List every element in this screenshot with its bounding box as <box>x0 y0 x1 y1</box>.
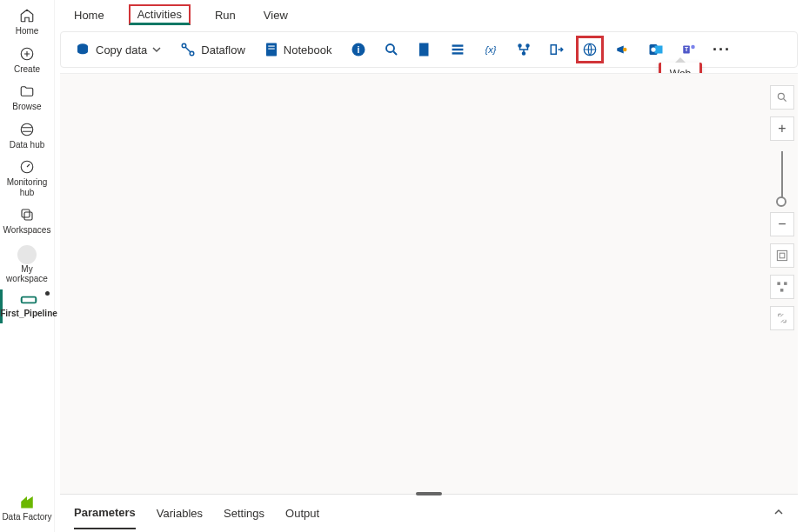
pipeline-icon <box>20 294 37 306</box>
copy-data-label: Copy data <box>96 43 147 57</box>
notebook-icon <box>264 42 278 57</box>
align-icon <box>776 281 788 293</box>
append-icon <box>549 42 565 57</box>
svg-rect-3 <box>22 209 30 217</box>
auto-align-button[interactable] <box>770 275 794 299</box>
set-variable-button[interactable]: {x} <box>477 36 505 63</box>
folder-icon <box>19 83 35 99</box>
menu-home[interactable]: Home <box>70 3 108 27</box>
nav-home[interactable]: Home <box>0 3 55 42</box>
outlook-button[interactable] <box>642 36 670 63</box>
canvas-tools: + − <box>770 85 794 330</box>
nav-browse-label: Browse <box>12 102 41 112</box>
megaphone-icon <box>615 42 631 57</box>
dataflow-button[interactable]: Dataflow <box>173 36 252 63</box>
dataflow-label: Dataflow <box>201 43 245 57</box>
invoke-pipeline-button[interactable] <box>609 36 637 63</box>
nav-datafactory[interactable]: Data Factory <box>0 489 55 528</box>
azure-function-button[interactable] <box>510 36 538 63</box>
datahub-icon <box>19 122 35 137</box>
home-icon <box>19 8 35 23</box>
svg-point-28 <box>651 47 655 51</box>
svg-rect-35 <box>777 282 780 285</box>
ellipsis-icon: ··· <box>713 41 731 59</box>
svg-text:i: i <box>357 44 359 55</box>
nav-pipeline-label: First_Pipeline <box>0 309 57 319</box>
svg-point-21 <box>526 44 529 47</box>
nav-create[interactable]: Create <box>0 42 55 80</box>
monitor-icon <box>19 159 35 175</box>
svg-rect-18 <box>452 52 463 54</box>
zoom-thumb[interactable] <box>776 196 786 207</box>
nav-monitoring-label: Monitoring hub <box>0 177 55 197</box>
menu-activities[interactable]: Activities <box>129 4 191 25</box>
svg-rect-5 <box>22 296 37 303</box>
svg-rect-11 <box>268 49 275 50</box>
globe-icon <box>582 42 598 57</box>
svg-rect-34 <box>780 253 785 258</box>
more-activities-button[interactable]: ··· <box>708 36 736 63</box>
web-button[interactable] <box>576 36 604 63</box>
stored-procedure-button[interactable] <box>444 36 472 63</box>
nav-workspaces-label: Workspaces <box>3 225 51 236</box>
svg-rect-17 <box>452 49 463 50</box>
panel-resize-handle[interactable] <box>416 492 442 495</box>
nav-monitoring[interactable]: Monitoring hub <box>0 155 55 203</box>
zoom-in-button[interactable]: + <box>770 116 794 141</box>
avatar-icon <box>17 245 37 264</box>
main-area: Home Activities Run View Copy data Dataf… <box>55 0 803 532</box>
search-activity-button[interactable] <box>378 36 405 63</box>
list-icon <box>451 43 465 57</box>
variable-icon: {x} <box>482 43 499 57</box>
search-icon <box>776 91 788 103</box>
minus-icon: − <box>778 216 786 232</box>
collapse-icon <box>777 313 787 323</box>
chevron-up-icon <box>773 507 784 517</box>
menu-bar: Home Activities Run View <box>55 0 803 30</box>
svg-point-14 <box>386 44 394 52</box>
svg-rect-9 <box>266 43 277 57</box>
copy-data-button[interactable]: Copy data <box>68 36 168 63</box>
notebook-button[interactable]: Notebook <box>258 36 339 63</box>
info-circle-icon: i <box>351 42 366 57</box>
pipeline-canvas[interactable] <box>60 73 798 494</box>
datafactory-icon <box>19 494 35 509</box>
tab-settings[interactable]: Settings <box>224 498 264 529</box>
svg-point-22 <box>522 52 525 55</box>
canvas-search-button[interactable] <box>770 85 794 110</box>
svg-rect-36 <box>784 282 787 285</box>
graph-icon <box>516 42 532 57</box>
tab-variables[interactable]: Variables <box>157 498 203 529</box>
menu-view[interactable]: View <box>260 3 291 27</box>
unsaved-dot-icon <box>45 291 50 296</box>
script-button[interactable] <box>411 36 438 63</box>
script-icon <box>418 42 432 57</box>
fit-screen-button[interactable] <box>770 243 794 268</box>
nav-datahub-label: Data hub <box>10 140 45 150</box>
tab-output[interactable]: Output <box>285 498 319 529</box>
plus-circle-icon <box>19 46 35 62</box>
svg-rect-27 <box>654 46 662 54</box>
nav-home-label: Home <box>16 26 39 37</box>
chevron-down-icon <box>152 45 161 54</box>
nav-datafactory-label: Data Factory <box>2 512 51 522</box>
nav-browse[interactable]: Browse <box>0 79 55 117</box>
bottom-panel: Parameters Variables Settings Output <box>60 494 798 532</box>
notebook-label: Notebook <box>284 43 332 57</box>
svg-point-32 <box>778 93 784 99</box>
zoom-out-button[interactable]: − <box>770 212 794 236</box>
svg-rect-33 <box>777 250 786 260</box>
panel-collapse-button[interactable] <box>773 507 784 520</box>
append-variable-button[interactable] <box>543 36 571 63</box>
zoom-slider[interactable] <box>781 151 783 202</box>
nav-myworkspace[interactable]: My workspace <box>0 241 55 289</box>
menu-run[interactable]: Run <box>211 3 239 27</box>
nav-workspaces[interactable]: Workspaces <box>0 203 55 241</box>
fullscreen-button[interactable] <box>770 306 794 330</box>
nav-datahub[interactable]: Data hub <box>0 117 55 156</box>
tab-parameters[interactable]: Parameters <box>74 497 136 529</box>
lookup-button[interactable]: i <box>345 36 372 63</box>
dataflow-icon <box>180 42 196 57</box>
svg-point-25 <box>623 48 627 52</box>
search-icon <box>384 42 399 57</box>
